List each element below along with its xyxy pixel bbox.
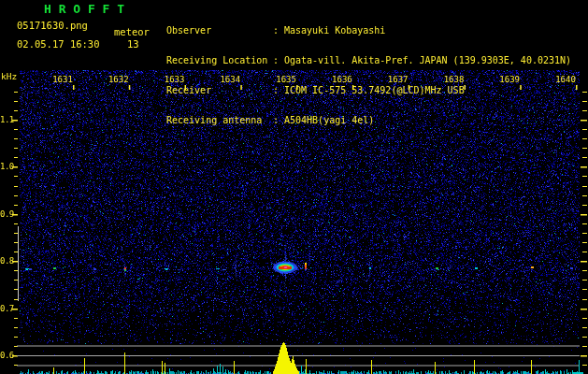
meteor-count-label: 13 [127,38,139,50]
freq-axis-unit: kHz [1,71,17,81]
info-row-antenna: Receiving antenna:A504HB(yagi 4el) [166,116,571,126]
freq-tick-label: 1.0 [0,162,12,171]
info-value: Ogata-vill. Akita-Pref. JAPAN (139.9303E… [284,56,571,66]
info-colon: : [273,116,284,126]
time-tick-label: 1632 [106,75,132,84]
time-tick-label: 1635 [273,75,299,84]
info-value: Masayuki Kobayashi [284,26,385,36]
info-colon: : [273,26,284,36]
info-label: Receiver [166,86,273,96]
freq-tick-label: 1.1 [0,115,12,124]
info-value: A504HB(yagi 4el) [284,116,374,126]
freq-tick-label: 0.8 [0,256,12,266]
info-row-location: Receiving Location:Ogata-vill. Akita-Pre… [166,56,571,66]
mode-label: meteor [114,26,150,37]
freq-tick-label: 0.9 [0,209,12,219]
info-label: Receiving antenna [166,116,273,126]
freq-tick-label: 0.6 [0,351,12,360]
time-tick-label: 1637 [385,75,411,84]
time-tick-label: 1636 [329,75,355,84]
time-tick-label: 1638 [441,75,467,84]
datetime-label: 02.05.17 16:30 [17,38,100,50]
time-tick-label: 1631 [50,75,76,84]
time-tick-label: 1639 [496,75,523,84]
info-row-receiver: Receiver:ICOM IC-575 53.7492(@LCD)MHz US… [166,86,571,96]
freq-tick-label: 0.7 [0,304,12,313]
info-label: Receiving Location [166,56,273,66]
info-value: ICOM IC-575 53.7492(@LCD)MHz USB [284,86,465,96]
info-colon: : [273,86,284,96]
info-row-observer: Observer:Masayuki Kobayashi [166,26,571,36]
time-tick-label: 1633 [162,75,188,84]
filename-label: 05171630.png [17,20,88,31]
hrofft-spectrogram-window: H R O F F T 05171630.png meteor 02.05.17… [0,0,588,374]
info-colon: : [273,56,284,66]
app-title: H R O F F T [44,2,124,16]
time-tick-label: 1640 [552,75,579,84]
info-label: Observer [166,26,273,36]
time-tick-label: 1634 [217,75,243,84]
